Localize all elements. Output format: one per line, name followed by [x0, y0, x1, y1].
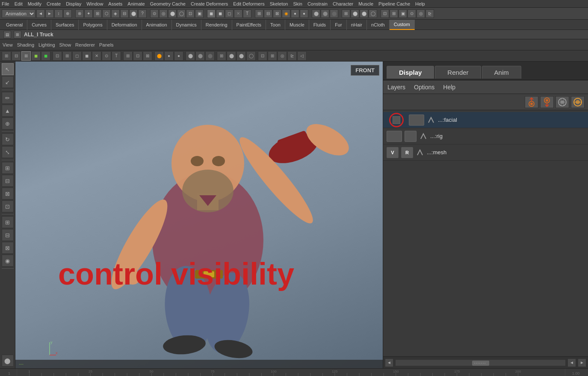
tab-muscle[interactable]: Muscle: [285, 20, 309, 30]
vp-icon-19[interactable]: ⬤: [186, 51, 195, 61]
tb-snap6[interactable]: ▣: [195, 9, 204, 18]
layer-mesh-ref-btn[interactable]: R: [401, 147, 413, 158]
submenu-layers[interactable]: Layers: [387, 82, 406, 92]
menu-display[interactable]: Display: [66, 1, 81, 6]
viewport[interactable]: control visibility y x FRONT ····: [15, 62, 383, 368]
menu-window[interactable]: Window: [86, 1, 103, 6]
tab-ncloth[interactable]: nCloth: [367, 20, 390, 30]
tb-btn-1[interactable]: ◄: [36, 9, 45, 18]
vp-renderer-menu[interactable]: Renderer: [75, 42, 95, 47]
scroll-left-btn[interactable]: ◄: [385, 358, 393, 367]
vp-panels-menu[interactable]: Panels: [99, 42, 114, 47]
tab-animation[interactable]: Animation: [142, 20, 172, 30]
layer-row-mesh[interactable]: V R ...:mesh: [383, 144, 588, 161]
tab-dynamics[interactable]: Dynamics: [172, 20, 201, 30]
vp-icon-6[interactable]: ⊡: [53, 51, 62, 61]
expand-icon[interactable]: ▤: [3, 31, 11, 38]
layer-row-facial[interactable]: ...:facial: [383, 112, 588, 128]
snap-btn[interactable]: ⊡: [2, 200, 14, 212]
vp-icon-11[interactable]: ⊙: [102, 51, 111, 61]
lasso-tool[interactable]: ↙: [2, 76, 14, 88]
menu-pipeline[interactable]: Pipeline Cache: [378, 1, 410, 6]
layer-rig-ref-btn[interactable]: [405, 131, 417, 142]
tab-fluids[interactable]: Fluids: [309, 20, 331, 30]
tb-snap3[interactable]: ⬤: [168, 9, 177, 18]
tb-sph[interactable]: ⬤: [129, 9, 138, 18]
grid-btn[interactable]: ⊠: [2, 188, 14, 200]
vp-icon-3[interactable]: ⊠: [21, 51, 31, 61]
vp-icon-26[interactable]: ⊡: [258, 51, 267, 61]
tab-rendering[interactable]: Rendering: [201, 20, 232, 30]
tab-deformation[interactable]: Deformation: [107, 20, 142, 30]
tb-h2[interactable]: ⬤: [351, 9, 359, 18]
tb-cam3[interactable]: ⊠: [273, 9, 281, 18]
paint-tool[interactable]: ✏: [2, 92, 14, 104]
sculpt-tool[interactable]: ▲: [2, 105, 14, 117]
menu-skin[interactable]: Skin: [293, 1, 302, 6]
layer-vis-left[interactable]: ⊞: [2, 162, 14, 174]
tb-i6[interactable]: ⊵: [425, 9, 434, 18]
tb-cam5[interactable]: ●: [291, 9, 299, 18]
tb-r1[interactable]: ◼: [207, 9, 216, 18]
tab-nhair[interactable]: nHair: [347, 20, 367, 30]
panel-tab-render[interactable]: Render: [435, 66, 481, 79]
tb-grid[interactable]: ⊞: [93, 9, 102, 18]
scroll-track[interactable]: [395, 359, 566, 366]
vp-icon-5[interactable]: ◼: [41, 51, 50, 61]
menu-modify[interactable]: Modify: [28, 1, 41, 6]
menu-file[interactable]: File: [2, 1, 9, 6]
tb-g2[interactable]: ⬤: [321, 9, 329, 18]
scroll-right-prev[interactable]: ◄: [567, 358, 576, 367]
vp-icon-28[interactable]: ◎: [278, 51, 287, 61]
vp-icon-13[interactable]: ⊞: [123, 51, 133, 61]
tb-g1[interactable]: ⬤: [312, 9, 320, 18]
panel-tab-anim[interactable]: Anim: [482, 66, 521, 79]
vp-show-menu[interactable]: Show: [59, 42, 71, 47]
component-btn[interactable]: ⊟: [2, 175, 14, 187]
tb-cube[interactable]: ◈: [111, 9, 120, 18]
tb-r5[interactable]: T: [243, 9, 251, 18]
vp-icon-10[interactable]: ✕: [92, 51, 101, 61]
submenu-options[interactable]: Options: [413, 82, 435, 92]
tb-i2[interactable]: ⊞: [390, 9, 398, 18]
tb-h3[interactable]: ⬤: [360, 9, 368, 18]
tab-fur[interactable]: Fur: [331, 20, 347, 30]
tb-g3[interactable]: ⬤: [330, 9, 338, 18]
outliner-btn[interactable]: ⊞: [2, 216, 14, 228]
menu-animate[interactable]: Animate: [127, 1, 145, 6]
vp-view-menu[interactable]: View: [3, 42, 13, 47]
vp-icon-7[interactable]: ⊞: [62, 51, 72, 61]
vp-icon-20[interactable]: ⬤: [195, 51, 205, 61]
tb-btn-4[interactable]: ⊕: [63, 9, 72, 18]
breadcrumb-icon[interactable]: ⊞: [14, 31, 21, 38]
layer-remove-btn[interactable]: [540, 96, 554, 108]
menu-character[interactable]: Character: [333, 1, 353, 6]
scroll-right-next[interactable]: ►: [578, 358, 586, 367]
tb-snap1[interactable]: ⊙: [150, 9, 159, 18]
tb-sym[interactable]: ⬡: [102, 9, 111, 18]
tb-i3[interactable]: ▣: [399, 9, 407, 18]
render-btn[interactable]: ⊠: [2, 242, 14, 254]
menu-geocache[interactable]: Geometry Cache: [150, 1, 186, 6]
tb-cam2[interactable]: ⊟: [264, 9, 272, 18]
vp-icon-30[interactable]: ◁: [297, 51, 307, 61]
tb-help[interactable]: ?: [138, 9, 147, 18]
tb-warp[interactable]: ⊟: [120, 9, 129, 18]
vp-shading-menu[interactable]: Shading: [17, 42, 34, 47]
vp-icon-17[interactable]: ●: [164, 51, 174, 61]
tb-snap4[interactable]: ◯: [177, 9, 186, 18]
camera-btn[interactable]: ◉: [2, 255, 14, 267]
tb-r3[interactable]: ◻: [225, 9, 233, 18]
menu-createdef[interactable]: Create Deformers: [191, 1, 228, 6]
tab-toon[interactable]: Toon: [266, 20, 285, 30]
tab-general[interactable]: General: [2, 20, 27, 30]
tb-cam6[interactable]: ●: [300, 9, 308, 18]
tb-i5[interactable]: ◎: [417, 9, 425, 18]
select-tool[interactable]: ↖: [2, 63, 14, 75]
layer-add-btn[interactable]: [525, 96, 538, 108]
vp-icon-24[interactable]: ⬤: [236, 51, 246, 61]
tab-custom[interactable]: Custom: [390, 20, 415, 30]
tb-r4[interactable]: ✕: [234, 9, 242, 18]
vp-icon-21[interactable]: ⬤: [205, 51, 215, 61]
tb-i4[interactable]: ⊙: [408, 9, 416, 18]
